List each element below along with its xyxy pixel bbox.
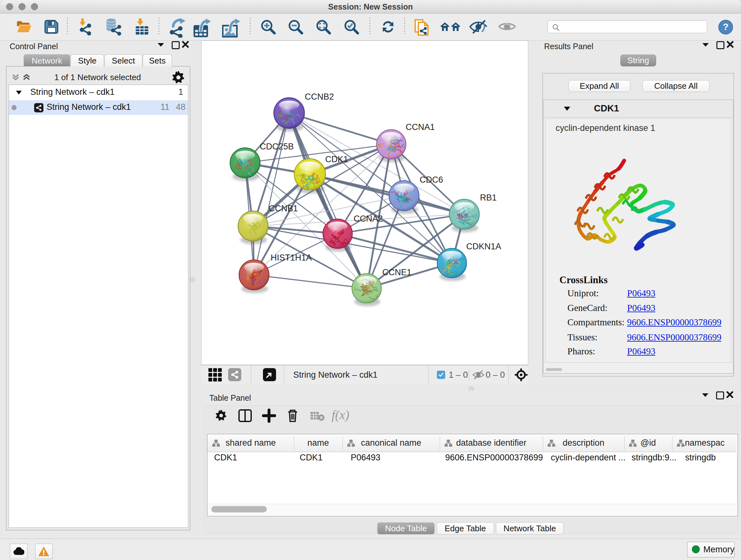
svg-text:CCNE1: CCNE1	[382, 267, 412, 277]
svg-text:CDC25B: CDC25B	[260, 142, 294, 151]
svg-text:CDKN1A: CDKN1A	[466, 242, 501, 251]
svg-text:CCNA2: CCNA2	[354, 214, 383, 224]
svg-text:CDK1: CDK1	[325, 154, 348, 164]
svg-text:CCNA1: CCNA1	[406, 122, 435, 132]
svg-text:CDC6: CDC6	[420, 175, 443, 185]
svg-text:HIST1H1A: HIST1H1A	[271, 253, 312, 262]
svg-text:CCNB1: CCNB1	[269, 204, 298, 213]
svg-text:CCNB2: CCNB2	[305, 92, 334, 102]
svg-text:RB1: RB1	[480, 193, 497, 202]
